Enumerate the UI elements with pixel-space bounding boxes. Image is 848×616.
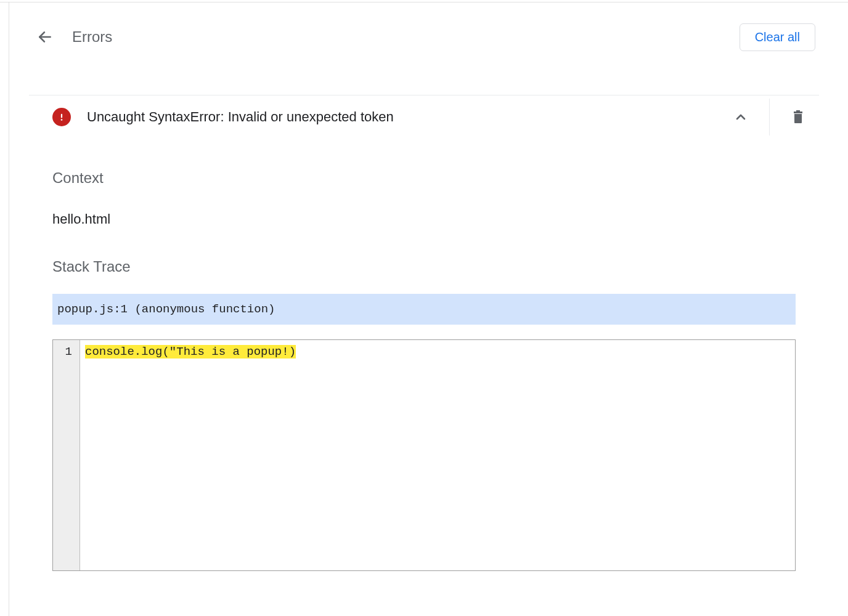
code-viewer: 1 console.log("This is a popup!) bbox=[52, 339, 796, 571]
svg-rect-3 bbox=[794, 111, 802, 113]
error-message: Uncaught SyntaxError: Invalid or unexpec… bbox=[87, 109, 724, 125]
clear-all-button[interactable]: Clear all bbox=[740, 23, 815, 51]
trash-icon bbox=[791, 108, 805, 126]
line-number: 1 bbox=[53, 340, 80, 359]
vertical-divider bbox=[769, 99, 770, 136]
row-actions bbox=[724, 95, 815, 139]
delete-error-button[interactable] bbox=[781, 100, 815, 134]
code-line-highlight: console.log("This is a popup!) bbox=[85, 345, 296, 359]
context-file: hello.html bbox=[52, 211, 796, 227]
code-gutter: 1 bbox=[53, 340, 80, 570]
stack-trace-heading: Stack Trace bbox=[52, 258, 796, 275]
page-title: Errors bbox=[72, 28, 112, 46]
header-row: Errors Clear all bbox=[29, 16, 819, 58]
collapse-button[interactable] bbox=[724, 100, 758, 134]
code-area: console.log("This is a popup!) bbox=[80, 340, 795, 570]
svg-rect-1 bbox=[61, 114, 62, 118]
error-icon bbox=[52, 108, 71, 126]
svg-point-2 bbox=[61, 119, 63, 121]
chevron-up-icon bbox=[733, 110, 748, 124]
error-row: Uncaught SyntaxError: Invalid or unexpec… bbox=[29, 95, 819, 139]
svg-rect-4 bbox=[796, 110, 800, 111]
stack-frame[interactable]: popup.js:1 (anonymous function) bbox=[52, 294, 796, 325]
error-details: Context hello.html Stack Trace popup.js:… bbox=[29, 169, 819, 571]
arrow-left-icon bbox=[37, 29, 53, 45]
window-border-left bbox=[9, 2, 9, 616]
context-heading: Context bbox=[52, 169, 796, 187]
window-border-top bbox=[0, 2, 848, 2]
back-button[interactable] bbox=[33, 25, 57, 49]
errors-panel: Errors Clear all Uncaught SyntaxError: I… bbox=[29, 16, 819, 571]
